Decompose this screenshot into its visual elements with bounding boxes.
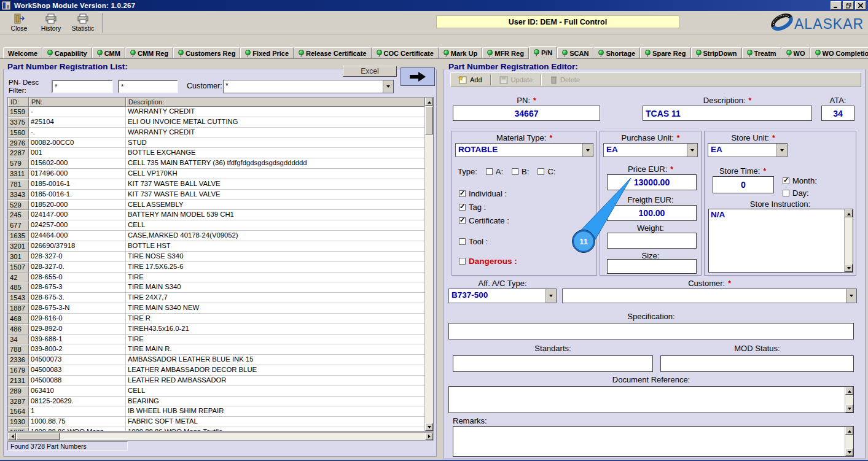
scroll-down-icon[interactable] [845, 264, 853, 272]
customer-combo[interactable] [562, 289, 857, 303]
tab-capability[interactable]: Capability [42, 47, 92, 59]
price-eur-input[interactable] [607, 174, 697, 190]
pn-input[interactable] [453, 106, 600, 121]
scroll-left-icon[interactable] [8, 433, 16, 440]
tab-shortage[interactable]: Shortage [593, 47, 640, 59]
ata-input[interactable] [821, 106, 854, 121]
close-button[interactable]: Close [4, 12, 34, 33]
tab-spare-reg[interactable]: Spare Reg [640, 47, 690, 59]
history-button[interactable]: History [36, 12, 66, 33]
desc-filter-input[interactable] [118, 80, 178, 93]
table-row[interactable]: 486029-892-0TIREH43.5x16.0-21 [8, 324, 424, 335]
tab-scan[interactable]: SCAN [557, 47, 593, 59]
scroll-up-icon[interactable] [845, 387, 853, 395]
textarea-scrollbar[interactable] [845, 387, 853, 413]
weight-input[interactable] [607, 233, 697, 249]
tab-fixed-price[interactable]: Fixed Price [240, 47, 294, 59]
scroll-up-icon[interactable] [845, 209, 853, 217]
table-row[interactable]: 328708125-20629.BEARING [8, 397, 424, 407]
chevron-down-icon[interactable] [545, 289, 556, 303]
table-row[interactable]: 468029-616-0TIRE R [8, 314, 424, 324]
checkbox-dangerous[interactable]: Dangerous : [459, 257, 517, 266]
size-input[interactable] [607, 259, 697, 274]
scrollbar-thumb[interactable] [425, 106, 433, 134]
checkbox-certificate[interactable]: Certificate : [459, 216, 517, 225]
column-header-pn[interactable]: PN: [29, 98, 126, 107]
table-row[interactable]: 1507028-327-0.TIRE 17.5X6.25-6 [8, 262, 424, 273]
chevron-down-icon[interactable] [687, 144, 697, 157]
checkbox-type-c[interactable]: C: [538, 167, 555, 176]
mod-status-input[interactable] [660, 355, 854, 372]
go-arrow-button[interactable] [401, 68, 435, 86]
table-row[interactable]: 15641IB WHEEL HUB SHIM REPAIR [8, 406, 424, 417]
scrollbar-thumb[interactable] [17, 433, 60, 440]
ac-type-combo[interactable]: B737-500 [448, 289, 557, 303]
table-row[interactable]: 33430185-0016-1.KIT 737 WASTE BALL VALVE [8, 190, 424, 200]
delete-button[interactable]: Delete [546, 74, 584, 86]
tab-wo-completion[interactable]: WO Completion [810, 47, 868, 59]
store-unit-combo[interactable]: EA [708, 143, 788, 157]
table-row[interactable]: 42028-655-0TIRE [8, 273, 424, 283]
table-row[interactable]: 788039-800-2TIRE MAIN R. [8, 344, 424, 355]
tab-release-certificate[interactable]: Release Certificate [294, 47, 371, 59]
remarks-textarea[interactable] [453, 426, 854, 457]
textarea-scrollbar[interactable] [844, 209, 853, 272]
minimize-button[interactable] [831, 1, 842, 10]
document-reference-textarea[interactable] [448, 386, 854, 413]
tab-stripdown[interactable]: StripDown [691, 47, 742, 59]
table-row[interactable]: 233604500073AMBASSADOR LEATHER BLUE INK … [8, 355, 424, 365]
tab-cmm[interactable]: CMM [92, 47, 125, 59]
customer-filter-combo[interactable]: * [223, 80, 394, 93]
table-row[interactable]: 19351000.88.86 WOO Mapp1000.88.86 WOO Ma… [8, 427, 424, 431]
checkbox-tool[interactable]: Tool : [459, 237, 517, 246]
close-window-button[interactable] [855, 1, 866, 10]
standarts-input[interactable] [453, 355, 653, 372]
column-header-description[interactable]: Description: [126, 98, 424, 107]
scroll-down-icon[interactable] [845, 405, 853, 413]
table-row[interactable]: 7810185-0016-1KIT 737 WASTE BALL VALVE [8, 179, 424, 190]
table-row[interactable]: 485028-675-3TIRE MAIN S340 [8, 282, 424, 293]
scroll-down-icon[interactable] [845, 448, 853, 456]
table-row[interactable]: 1560-.WARRANTY CREDIT [8, 128, 424, 138]
table-row[interactable]: 289063410CELL [8, 386, 424, 397]
scroll-right-icon[interactable] [425, 433, 433, 440]
table-row[interactable]: 1543028-675-3.TIRE 24X7,7 [8, 293, 424, 303]
table-row[interactable]: 3201026690/37918BOTTLE HST [8, 241, 424, 252]
chevron-down-icon[interactable] [776, 144, 787, 157]
description-input[interactable] [643, 106, 812, 121]
scroll-up-icon[interactable] [845, 427, 853, 435]
table-row[interactable]: 677024257-000CELL [8, 220, 424, 231]
chevron-down-icon[interactable] [582, 144, 593, 157]
table-row[interactable]: 19301000.88.75FABRIC SOFT METAL [8, 417, 424, 427]
purchase-unit-combo[interactable]: EA [603, 143, 698, 157]
freight-eur-input[interactable] [607, 205, 697, 221]
checkbox-day[interactable]: Day: [783, 188, 809, 198]
checkbox-type-a[interactable]: A: [486, 167, 503, 176]
table-row[interactable]: 34039-688-1TIRE [8, 335, 424, 345]
table-horizontal-scrollbar[interactable] [7, 432, 434, 441]
checkbox-type-b[interactable]: B: [512, 167, 529, 176]
tab-mark-up[interactable]: Mark Up [439, 47, 482, 59]
scroll-up-icon[interactable] [425, 98, 433, 106]
checkbox-month[interactable]: Month: [783, 176, 817, 185]
table-row[interactable]: 1635024464-000CASE,MARKED 40178-24(V0905… [8, 231, 424, 241]
tab-mfr-reg[interactable]: MFR Reg [482, 47, 529, 59]
specification-input[interactable] [448, 323, 854, 339]
table-row[interactable]: 245024147-000BATTERY MAIN MODEL 539 CH1 [8, 210, 424, 220]
table-row[interactable]: 213104500088LEATHER RED AMBASSADOR [8, 376, 424, 386]
tab-welcome[interactable]: Welcome [3, 47, 42, 59]
restore-button[interactable] [843, 1, 854, 10]
table-row[interactable]: 301028-327-0TIRE NOSE S340 [8, 252, 424, 262]
column-header-id[interactable]: ID: [8, 98, 29, 107]
chevron-down-icon[interactable] [383, 80, 393, 93]
checkbox-individual[interactable]: Individual : [459, 189, 517, 198]
table-vertical-scrollbar[interactable] [424, 98, 433, 431]
excel-button[interactable]: Excel [343, 66, 397, 77]
chevron-down-icon[interactable] [846, 289, 856, 303]
statistic-button[interactable]: Statistic [66, 12, 100, 33]
table-row[interactable]: 1887028-675-3-NTIRE MAIN S340 NEW [8, 303, 424, 314]
tab-treatm[interactable]: Treatm [742, 47, 781, 59]
scroll-down-icon[interactable] [425, 423, 433, 431]
tab-coc-certificate[interactable]: COC Certificate [372, 47, 439, 59]
table-row[interactable]: 3311017496-000CELL VP170KH [8, 169, 424, 179]
